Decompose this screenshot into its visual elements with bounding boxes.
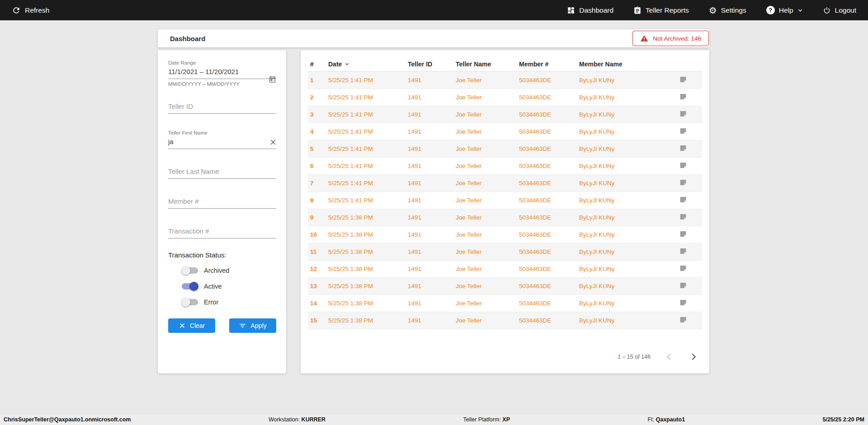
cell-num: 13 xyxy=(308,283,326,290)
clear-button[interactable]: Clear xyxy=(168,318,215,333)
note-cell[interactable] xyxy=(677,213,702,222)
table-row[interactable]: 25/25/25 1:41 PM1491Joe Teller5034463DEB… xyxy=(308,89,702,106)
prev-page-button[interactable] xyxy=(663,351,675,363)
next-page-button[interactable] xyxy=(688,351,699,363)
table-row[interactable]: 65/25/25 1:41 PM1491Joe Teller5034463DEB… xyxy=(308,158,702,175)
not-archived-badge[interactable]: Not Archived: 146 xyxy=(632,31,709,46)
refresh-button[interactable]: Refresh xyxy=(12,6,49,15)
archived-switch[interactable] xyxy=(182,267,198,274)
table-row[interactable]: 85/25/25 1:41 PM1491Joe Teller5034463DEB… xyxy=(308,192,702,209)
note-cell[interactable] xyxy=(677,264,702,274)
cell-member-name: ByLyJl KUNy xyxy=(577,214,677,221)
pagination: 1 – 15 of 146 xyxy=(308,351,702,363)
cell-date: 5/25/25 1:38 PM xyxy=(326,231,406,238)
clear-field-button[interactable] xyxy=(270,139,276,145)
teller-id-input[interactable] xyxy=(168,100,276,114)
cell-member-name: ByLyJl KUNy xyxy=(577,180,677,187)
table-row[interactable]: 95/25/25 1:38 PM1491Joe Teller5034463DEB… xyxy=(308,209,702,226)
error-switch[interactable] xyxy=(182,299,198,305)
cell-member-name: ByLyJl KUNy xyxy=(577,266,677,272)
toggle-error[interactable]: Error xyxy=(182,298,276,307)
col-header-date[interactable]: Date xyxy=(326,61,406,68)
note-cell[interactable] xyxy=(677,144,702,154)
teller-last-name-input[interactable] xyxy=(168,165,276,179)
cell-member-name: ByLyJl KUNy xyxy=(577,163,677,169)
cell-teller-id: 1491 xyxy=(406,163,453,169)
cell-member-number: 5034463DE xyxy=(517,248,577,255)
cell-teller-name: Joe Teller xyxy=(453,317,517,324)
table-row[interactable]: 135/25/25 1:38 PM1491Joe Teller5034463DE… xyxy=(308,278,702,295)
cell-teller-name: Joe Teller xyxy=(453,231,517,238)
note-cell[interactable] xyxy=(677,178,702,188)
cell-num: 3 xyxy=(308,111,326,118)
clipboard-icon xyxy=(633,6,642,14)
calendar-icon xyxy=(269,75,276,83)
cell-num: 15 xyxy=(308,317,326,324)
cell-member-name: ByLyJl KUNy xyxy=(577,77,677,84)
note-cell[interactable] xyxy=(677,316,702,325)
note-cell[interactable] xyxy=(677,127,702,136)
note-cell[interactable] xyxy=(677,93,702,102)
table-row[interactable]: 35/25/25 1:41 PM1491Joe Teller5034463DEB… xyxy=(308,106,702,123)
cell-member-number: 5034463DE xyxy=(517,231,577,238)
note-cell[interactable] xyxy=(677,110,702,119)
table-row[interactable]: 145/25/25 1:38 PM1491Joe Teller5034463DE… xyxy=(308,295,702,312)
cell-date: 5/25/25 1:41 PM xyxy=(326,180,406,187)
archived-toggle-label: Archived xyxy=(204,267,229,274)
table-row[interactable]: 45/25/25 1:41 PM1491Joe Teller5034463DEB… xyxy=(308,123,702,140)
col-header-num: # xyxy=(308,61,326,68)
transaction-number-input[interactable] xyxy=(168,225,276,238)
note-cell[interactable] xyxy=(677,247,702,257)
workstation-status: Workstation: KURRER xyxy=(269,416,326,423)
sort-desc-icon xyxy=(344,61,350,67)
topbar-nav: Dashboard Teller Reports ⚙ Settings ? He… xyxy=(567,6,856,15)
calendar-button[interactable] xyxy=(269,75,276,83)
note-icon xyxy=(679,247,687,255)
table-row[interactable]: 125/25/25 1:38 PM1491Joe Teller5034463DE… xyxy=(308,261,702,278)
cell-date: 5/25/25 1:41 PM xyxy=(326,145,406,152)
cell-num: 8 xyxy=(308,197,326,204)
table-row[interactable]: 75/25/25 1:41 PM1491Joe Teller5034463DEB… xyxy=(308,175,702,192)
col-header-teller-name[interactable]: Teller Name xyxy=(453,61,517,68)
nav-logout[interactable]: Logout xyxy=(823,6,856,14)
note-cell[interactable] xyxy=(677,299,702,308)
nav-dashboard[interactable]: Dashboard xyxy=(567,6,613,14)
note-icon xyxy=(679,93,687,101)
table-row[interactable]: 115/25/25 1:38 PM1491Joe Teller5034463DE… xyxy=(308,243,702,261)
active-toggle-label: Active xyxy=(204,283,222,290)
teller-first-name-input[interactable] xyxy=(168,135,276,149)
toggle-active[interactable]: Active xyxy=(182,282,276,291)
apply-button[interactable]: Apply xyxy=(229,318,276,333)
nav-settings[interactable]: ⚙ Settings xyxy=(709,6,746,15)
cell-num: 9 xyxy=(308,214,326,221)
cell-date: 5/25/25 1:41 PM xyxy=(326,163,406,169)
col-header-member-name[interactable]: Member Name xyxy=(577,61,677,68)
col-header-teller-id[interactable]: Teller ID xyxy=(406,61,453,68)
toggle-archived[interactable]: Archived xyxy=(182,266,276,275)
date-range-input[interactable] xyxy=(168,65,276,79)
note-cell[interactable] xyxy=(677,230,702,239)
member-number-input[interactable] xyxy=(168,195,276,209)
nav-teller-reports[interactable]: Teller Reports xyxy=(633,6,689,14)
note-cell[interactable] xyxy=(677,281,702,291)
active-switch[interactable] xyxy=(182,283,198,290)
apply-button-label: Apply xyxy=(250,322,266,329)
filter-icon xyxy=(239,322,246,330)
col-header-member-number[interactable]: Member # xyxy=(517,61,577,68)
cell-member-number: 5034463DE xyxy=(517,145,577,152)
date-range-hint: MM/DD/YYYY – MM/DD/YYYY xyxy=(168,81,276,87)
cell-date: 5/25/25 1:41 PM xyxy=(326,197,406,204)
note-cell[interactable] xyxy=(677,161,702,171)
cell-teller-id: 1491 xyxy=(406,248,453,255)
table-row[interactable]: 105/25/25 1:38 PM1491Joe Teller5034463DE… xyxy=(308,226,702,243)
note-cell[interactable] xyxy=(677,75,702,85)
pagination-range: 1 – 15 of 146 xyxy=(618,354,651,360)
nav-help[interactable]: ? Help xyxy=(766,6,803,14)
table-row[interactable]: 155/25/25 1:38 PM1491Joe Teller5034463DE… xyxy=(308,312,702,329)
note-cell[interactable] xyxy=(677,196,702,205)
table-header-row: # Date Teller ID Teller Name Member # Me… xyxy=(308,56,702,72)
table-row[interactable]: 15/25/25 1:41 PM1491Joe Teller5034463DEB… xyxy=(308,72,702,89)
table-row[interactable]: 55/25/25 1:41 PM1491Joe Teller5034463DEB… xyxy=(308,140,702,158)
cell-member-number: 5034463DE xyxy=(517,77,577,84)
refresh-icon xyxy=(12,6,21,15)
